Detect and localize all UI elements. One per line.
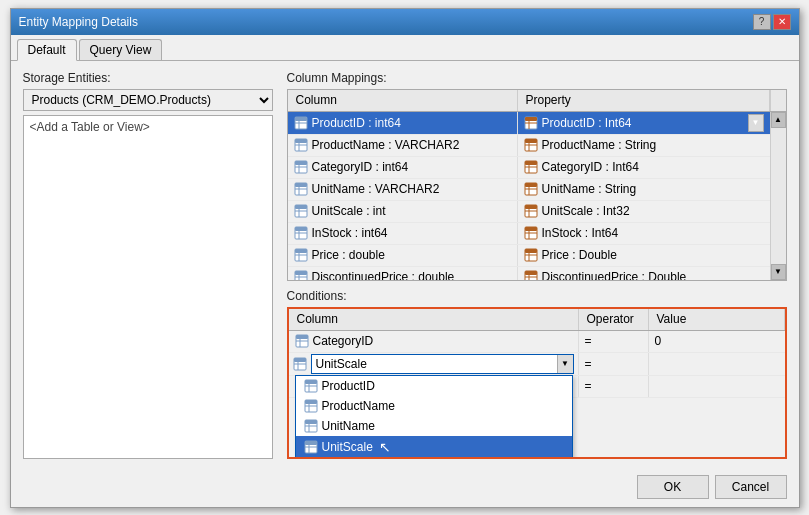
cond-col-header-operator: Operator xyxy=(579,309,649,330)
conditions-area: Conditions: Column Operator Value xyxy=(287,289,787,459)
storage-entities-select[interactable]: Products (CRM_DEMO.Products) xyxy=(23,89,273,111)
tab-query-view[interactable]: Query View xyxy=(79,39,163,60)
dropdown-item-unitscale[interactable]: UnitScale ↖ xyxy=(296,436,572,457)
svg-rect-45 xyxy=(525,227,537,231)
mapping-table: Column Property xyxy=(287,89,787,281)
ok-button[interactable]: OK xyxy=(637,475,709,499)
tab-bar: Default Query View xyxy=(11,35,799,61)
entity-mapping-dialog: Entity Mapping Details ? ✕ Default Query… xyxy=(10,8,800,508)
storage-entities-label: Storage Entities: xyxy=(23,71,273,85)
svg-rect-85 xyxy=(305,441,317,445)
left-panel: Storage Entities: Products (CRM_DEMO.Pro… xyxy=(23,71,273,459)
right-panel: Column Mappings: Column Property xyxy=(287,71,787,459)
cancel-button[interactable]: Cancel xyxy=(715,475,787,499)
column-mappings-label: Column Mappings: xyxy=(287,71,787,85)
svg-rect-41 xyxy=(295,227,307,231)
dropdown-popup: ProductID ProductName UnitName xyxy=(295,375,573,457)
conditions-box: Column Operator Value CategoryID xyxy=(287,307,787,459)
table-row[interactable]: ProductID : int64 xyxy=(288,112,770,135)
table-row[interactable]: DiscontinuedPrice : double DiscontinuedP… xyxy=(288,267,770,280)
dropdown-item-productid[interactable]: ProductID xyxy=(296,376,572,396)
svg-rect-65 xyxy=(296,335,308,339)
svg-rect-77 xyxy=(305,400,317,404)
svg-rect-73 xyxy=(305,380,317,384)
table-row[interactable]: InStock : int64 InStock : Int64 xyxy=(288,223,770,245)
conditions-label: Conditions: xyxy=(287,289,787,303)
svg-rect-69 xyxy=(294,358,306,362)
mapping-property-cell: ProductID : Int64 ▼ xyxy=(518,112,770,134)
condition-row-dropdown[interactable]: UnitScale ▼ = xyxy=(289,353,785,376)
title-bar: Entity Mapping Details ? ✕ xyxy=(11,9,799,35)
svg-rect-49 xyxy=(295,249,307,253)
conditions-table-header: Column Operator Value xyxy=(289,309,785,331)
close-button[interactable]: ✕ xyxy=(773,14,791,30)
mapping-rows: ProductID : int64 xyxy=(288,112,770,280)
column-dropdown[interactable]: UnitScale ▼ xyxy=(311,354,574,374)
table-row[interactable]: UnitScale : int UnitScale : Int32 xyxy=(288,201,770,223)
table-row[interactable]: Price : double Price : Double xyxy=(288,245,770,267)
property-dropdown-button[interactable]: ▼ xyxy=(748,114,764,132)
table-row[interactable]: ProductName : VARCHAR2 ProductName : Str… xyxy=(288,135,770,157)
dropdown-item-unitname[interactable]: UnitName xyxy=(296,416,572,436)
help-button[interactable]: ? xyxy=(753,14,771,30)
svg-rect-9 xyxy=(295,139,307,143)
conditions-rows: CategoryID = 0 xyxy=(289,331,785,457)
mapping-table-header: Column Property xyxy=(288,90,786,112)
cond-col-header-column: Column xyxy=(289,309,579,330)
dropdown-arrow-button[interactable]: ▼ xyxy=(557,355,573,373)
svg-rect-25 xyxy=(295,183,307,187)
svg-rect-81 xyxy=(305,420,317,424)
dropdown-item-productname[interactable]: ProductName xyxy=(296,396,572,416)
table-row[interactable]: UnitName : VARCHAR2 UnitName : String xyxy=(288,179,770,201)
svg-rect-53 xyxy=(525,249,537,253)
col-header-column: Column xyxy=(288,90,518,111)
main-row: Storage Entities: Products (CRM_DEMO.Pro… xyxy=(23,71,787,459)
svg-rect-57 xyxy=(295,271,307,275)
svg-rect-29 xyxy=(525,183,537,187)
dialog-footer: OK Cancel xyxy=(11,469,799,507)
svg-rect-5 xyxy=(525,117,537,121)
svg-rect-13 xyxy=(525,139,537,143)
col-header-property: Property xyxy=(518,90,770,111)
svg-rect-33 xyxy=(295,205,307,209)
column-mappings-area: Column Mappings: Column Property xyxy=(287,71,787,281)
svg-rect-61 xyxy=(525,271,537,275)
svg-rect-1 xyxy=(295,117,307,121)
svg-rect-37 xyxy=(525,205,537,209)
cond-col-header-value: Value xyxy=(649,309,785,330)
title-bar-buttons: ? ✕ xyxy=(753,14,791,30)
svg-rect-21 xyxy=(525,161,537,165)
mapping-scrollbar[interactable]: ▲ ▼ xyxy=(770,112,786,280)
tab-default[interactable]: Default xyxy=(17,39,77,61)
dialog-title: Entity Mapping Details xyxy=(19,15,138,29)
add-table-view[interactable]: <Add a Table or View> xyxy=(26,118,270,136)
table-row[interactable]: CategoryID : int64 CategoryID : Int64 xyxy=(288,157,770,179)
dialog-body: Storage Entities: Products (CRM_DEMO.Pro… xyxy=(11,61,799,469)
cursor-icon: ↖ xyxy=(379,439,391,455)
mapping-column-cell: ProductID : int64 xyxy=(288,112,518,134)
scrollbar-spacer xyxy=(770,90,786,111)
svg-rect-17 xyxy=(295,161,307,165)
condition-row[interactable]: CategoryID = 0 xyxy=(289,331,785,353)
